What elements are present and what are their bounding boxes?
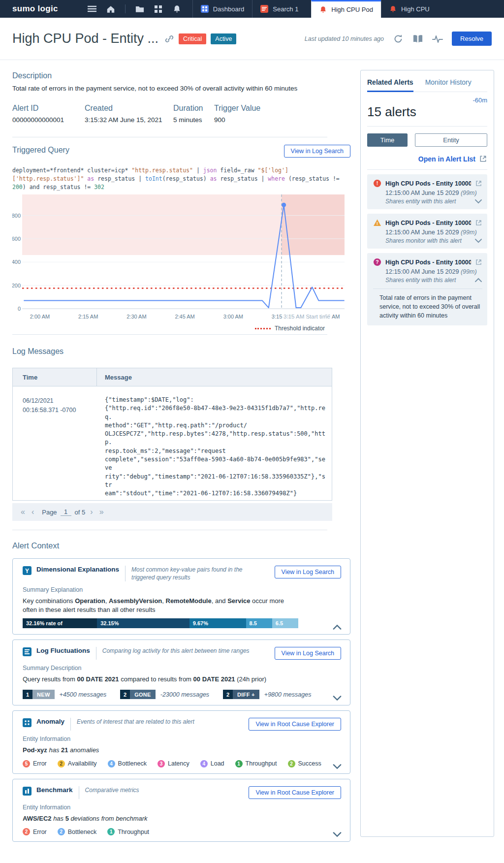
nav-tab-label: High CPU — [401, 5, 430, 13]
card-collapse-toggle[interactable] — [332, 624, 342, 630]
chevron-down-icon[interactable] — [332, 831, 342, 837]
card-section-label: Summary Explanation — [23, 586, 341, 593]
copy-link-icon[interactable] — [164, 34, 174, 44]
tag-count-circle: 2 — [23, 828, 30, 835]
next-page-button[interactable]: › — [89, 508, 94, 516]
nav-tab-search-1[interactable]: Search 1 — [252, 0, 311, 18]
tag-throughput: 1Throughput — [235, 760, 277, 767]
nav-tab-dashboard[interactable]: Dashboard — [192, 0, 252, 18]
context-card-anomaly: AnomalyEvents of interest that are relat… — [12, 710, 350, 774]
alert-item-details: Total rate of errors in the payment serv… — [373, 288, 482, 321]
card-header: AnomalyEvents of interest that are relat… — [23, 718, 341, 731]
external-link-icon — [479, 155, 487, 163]
activity-pulse-icon[interactable] — [432, 33, 443, 44]
chevron-down-icon[interactable] — [474, 238, 482, 243]
bar-segment[interactable]: 32.15% — [97, 618, 189, 628]
column-header-message: Message — [96, 368, 332, 386]
external-link-icon[interactable] — [475, 219, 482, 226]
context-card-benchmark: BenchmarkComparative metricsView in Root… — [12, 779, 350, 842]
triggered-query-code: deployment=*frontend* cluster=icp* "http… — [12, 166, 350, 192]
card-action-button[interactable]: View in Root Cause Explorer — [249, 786, 341, 799]
time-series-chart[interactable]: 02004006008002:00 AM2:15 AM2:30 AM2:45 A… — [12, 194, 350, 323]
related-alert-item[interactable]: !High CPU Pods - Entity 10000...12:15:00… — [367, 214, 487, 249]
external-link-icon[interactable] — [475, 258, 482, 266]
relation-text: Shares entity with this alert — [385, 277, 456, 284]
meta-field-created: Created3:15:32 AM June 15, 2021 — [85, 104, 173, 124]
bar-segment[interactable]: 9.67% — [189, 618, 246, 628]
context-card-dimensional-explanations: YDimensional ExplanationsMost common key… — [12, 558, 350, 635]
related-alert-item[interactable]: ?High CPU Pods - Entity 10000...12:15:00… — [367, 253, 487, 325]
chevron-up-icon[interactable] — [332, 624, 342, 630]
sidebar-filter-buttons: TimeEntity — [367, 133, 487, 147]
bell-icon[interactable] — [173, 4, 182, 13]
chevron-down-icon[interactable] — [332, 764, 342, 769]
tag-count-circle: 2 — [58, 760, 65, 767]
svg-text:2:00 AM: 2:00 AM — [30, 314, 50, 320]
tag-success: 2Success — [288, 760, 321, 767]
bar-segment[interactable]: 8.5 — [246, 618, 272, 628]
tag-count-circle: 4 — [108, 760, 115, 767]
card-summary-text: Key combinations Operation, AssemblyVers… — [23, 597, 298, 614]
card-collapse-toggle[interactable] — [332, 831, 342, 837]
page-label: Page — [42, 509, 57, 516]
resolve-button[interactable]: Resolve — [452, 32, 492, 46]
key-value-distribution-bar: 32.16% rate of32.15%9.67%8.56.5 — [23, 618, 298, 628]
card-action-button[interactable]: View in Root Cause Explorer — [249, 718, 341, 731]
page-number-input[interactable] — [61, 508, 71, 516]
card-action-button[interactable]: View in Log Search — [275, 647, 341, 660]
svg-text:2:15 AM: 2:15 AM — [78, 314, 98, 320]
card-title: Dimensional Explanations — [36, 566, 119, 573]
refresh-icon[interactable] — [393, 33, 404, 44]
menu-icon[interactable] — [88, 4, 96, 13]
view-in-log-search-button[interactable]: View in Log Search — [284, 145, 350, 158]
bar-segment[interactable]: 32.16% rate of — [23, 618, 97, 628]
card-title: Log Fluctuations — [36, 647, 90, 654]
alert-item-title: High CPU Pods - Entity 10000... — [385, 180, 471, 187]
severity-warning-icon: ! — [373, 219, 381, 227]
log-messages-table: Time Message 06/12/2021 00:16:58.371 -07… — [12, 368, 332, 501]
relation-text: Shares entity with this alert — [385, 198, 456, 205]
threshold-legend-label: Threshold indicator — [275, 325, 325, 332]
chevron-down-icon[interactable] — [474, 199, 482, 204]
chevron-up-icon[interactable] — [474, 278, 482, 283]
card-collapse-toggle[interactable] — [332, 764, 342, 769]
filter-button-entity[interactable]: Entity — [415, 133, 487, 147]
first-page-button[interactable]: « — [19, 508, 27, 516]
open-in-alert-list-link[interactable]: Open in Alert LIst — [367, 155, 487, 163]
nav-tab-high-cpu[interactable]: High CPU — [381, 0, 504, 18]
card-collapse-toggle[interactable] — [332, 695, 342, 701]
column-header-time: Time — [13, 368, 96, 386]
apps-grid-icon[interactable] — [154, 4, 163, 13]
last-page-button[interactable]: » — [98, 508, 105, 516]
tag-label: Load — [211, 760, 224, 767]
related-alert-item[interactable]: !High CPU Pods - Entity 10000...12:15:00… — [367, 174, 487, 209]
home-icon[interactable] — [106, 4, 115, 13]
alert-expand-toggle[interactable] — [474, 238, 482, 243]
nav-tab-label: Search 1 — [273, 5, 298, 13]
sidebar-tab-monitor-history[interactable]: Monitor History — [425, 78, 472, 92]
alert-item-time: 12:15:00 AM June 15 2029 (99m) — [385, 268, 482, 275]
alert-expand-toggle[interactable] — [474, 199, 482, 204]
alert-item-header: !High CPU Pods - Entity 10000... — [373, 219, 482, 227]
card-summary-text: Query results from 00 DATE 2021 compared… — [23, 675, 298, 684]
external-link-icon[interactable] — [475, 180, 482, 187]
alert-expand-toggle[interactable] — [474, 278, 482, 283]
last-updated-text: Last updated 10 minutes ago — [305, 35, 384, 42]
nav-tab-high-cpu-pod[interactable]: High CPU Pod — [311, 0, 381, 18]
tag-bottleneck: 4Bottleneck — [108, 760, 147, 767]
sidebar-tab-related-alerts[interactable]: Related Alerts — [367, 78, 413, 92]
bar-segment[interactable]: 6.5 — [272, 618, 298, 628]
tag-error: 5Error — [23, 760, 47, 767]
prev-page-button[interactable]: ‹ — [30, 508, 35, 516]
badge-count: 1 — [23, 690, 32, 699]
card-header: Log FluctuationsComparing log activity f… — [23, 647, 341, 660]
playbook-icon[interactable] — [412, 33, 423, 44]
chevron-down-icon[interactable] — [332, 695, 342, 701]
folder-icon[interactable] — [135, 4, 144, 13]
card-action-button[interactable]: View in Log Search — [275, 566, 341, 578]
fluctuation-badges-row: 1NEW+4500 messages2GONE-23000 messages2D… — [23, 690, 341, 699]
tag-availability: 2Availability — [58, 760, 97, 767]
badge-message-count: +9800 messages — [264, 691, 312, 698]
badge-count: 2 — [120, 690, 130, 699]
filter-button-time[interactable]: Time — [367, 133, 408, 147]
